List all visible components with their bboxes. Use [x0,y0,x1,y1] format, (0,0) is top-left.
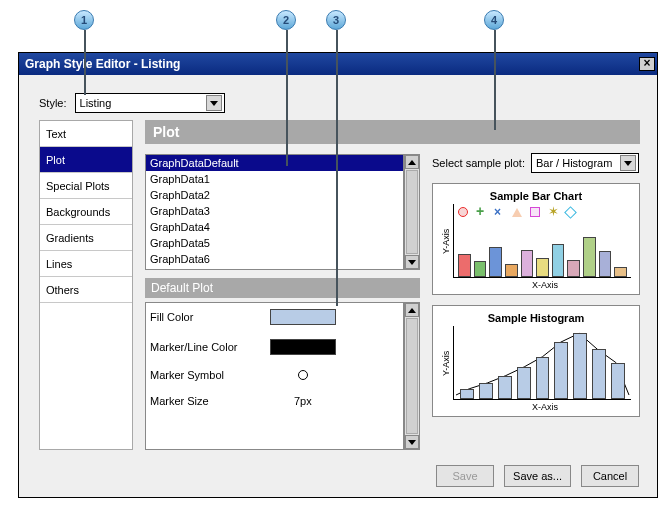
bar [567,260,580,277]
legend-markers: + × ✶ [458,206,627,218]
sample-plot-label: Select sample plot: [432,157,525,169]
callout-3: 3 [326,10,346,30]
circle-icon [458,207,468,217]
tab-backgrounds[interactable]: Backgrounds [40,199,132,225]
hist-bar [460,389,474,399]
titlebar: Graph Style Editor - Listing × [19,53,657,75]
histogram-bars [460,326,625,399]
graphdata-list[interactable]: GraphDataDefault GraphData1 GraphData2 G… [145,154,404,270]
hist-plot-area [453,326,631,400]
list-item[interactable]: GraphData1 [146,171,403,187]
list-item[interactable]: GraphDataDefault [146,155,403,171]
callout-1: 1 [74,10,94,30]
x-icon: × [494,207,504,217]
hist-bar [573,333,587,399]
chevron-down-icon [624,161,632,166]
hist-bar [592,349,606,399]
hist-bar [517,367,531,399]
star-icon: ✶ [548,207,558,217]
sample-plot-select-button[interactable] [620,155,636,171]
marker-line-color-swatch[interactable] [270,339,336,355]
marker-size-value: 7px [294,395,312,407]
close-button[interactable]: × [639,57,655,71]
list-item[interactable]: GraphData2 [146,187,403,203]
style-label: Style: [39,97,67,109]
marker-symbol-label: Marker Symbol [150,369,270,381]
chevron-down-icon [210,101,218,106]
list-scrollbar[interactable] [404,154,420,270]
tab-text[interactable]: Text [40,121,132,147]
sample-plot-value: Bar / Histogram [536,157,612,169]
hist-bar [554,342,568,399]
style-select[interactable]: Listing [75,93,225,113]
cancel-button[interactable]: Cancel [581,465,639,487]
square-icon [530,207,540,217]
bar [552,244,565,277]
tab-plot[interactable]: Plot [40,147,132,173]
scroll-down-button[interactable] [405,255,419,269]
callout-line-3 [336,30,338,306]
scroll-up-button[interactable] [405,155,419,169]
style-value: Listing [80,97,112,109]
section-header: Plot [145,120,640,144]
save-button[interactable]: Save [436,465,494,487]
tab-lines[interactable]: Lines [40,251,132,277]
bar [474,261,487,277]
fill-color-swatch[interactable] [270,309,336,325]
plus-icon: + [476,207,486,217]
tab-gradients[interactable]: Gradients [40,225,132,251]
scroll-thumb[interactable] [406,170,418,254]
hist-x-axis-label: X-Axis [459,402,631,412]
style-select-button[interactable] [206,95,222,111]
scroll-up-button[interactable] [405,303,419,317]
chevron-up-icon [408,160,416,165]
bar [536,258,549,277]
bar [521,250,534,277]
bar [583,237,596,277]
tab-others[interactable]: Others [40,277,132,303]
bar-plot-area: + × ✶ [453,204,631,278]
preview-histogram: Sample Histogram Y-Axis X-Axis [432,305,640,417]
subsection-header: Default Plot [145,278,420,298]
bar [505,264,518,277]
list-item[interactable]: GraphData4 [146,219,403,235]
bar [599,251,612,277]
list-item[interactable]: GraphData3 [146,203,403,219]
diamond-icon [564,206,577,219]
callout-4: 4 [484,10,504,30]
bar-x-axis-label: X-Axis [459,280,631,290]
save-as-button[interactable]: Save as... [504,465,571,487]
hist-title: Sample Histogram [441,312,631,324]
category-sidebar: Text Plot Special Plots Backgrounds Grad… [39,120,133,450]
callout-line-4 [494,30,496,130]
chevron-down-icon [408,440,416,445]
preview-bar-chart: Sample Bar Chart Y-Axis + × ✶ [432,183,640,295]
tab-special-plots[interactable]: Special Plots [40,173,132,199]
props-scrollbar[interactable] [404,302,420,450]
scroll-down-button[interactable] [405,435,419,449]
hist-bar [479,383,493,399]
hist-bar [498,376,512,399]
marker-symbol-preview[interactable] [298,370,308,380]
hist-bar [611,363,625,400]
properties-panel: Fill Color Marker/Line Color Marker Symb… [145,302,404,450]
bar [458,254,471,277]
bar [489,247,502,277]
bar [614,267,627,277]
chevron-up-icon [408,308,416,313]
sample-plot-select[interactable]: Bar / Histogram [531,153,639,173]
list-item[interactable]: GraphData5 [146,235,403,251]
triangle-icon [512,208,522,217]
marker-line-color-label: Marker/Line Color [150,341,270,353]
callout-line-2 [286,30,288,166]
callout-line-1 [84,30,86,95]
bar-chart-title: Sample Bar Chart [441,190,631,202]
scroll-thumb[interactable] [406,318,418,434]
graph-style-editor-window: Graph Style Editor - Listing × Style: Li… [18,52,658,498]
bar-chart-bars [458,220,627,277]
fill-color-label: Fill Color [150,311,270,323]
marker-size-label: Marker Size [150,395,270,407]
window-title: Graph Style Editor - Listing [25,57,180,71]
hist-bar [536,357,550,399]
list-item[interactable]: GraphData6 [146,251,403,267]
